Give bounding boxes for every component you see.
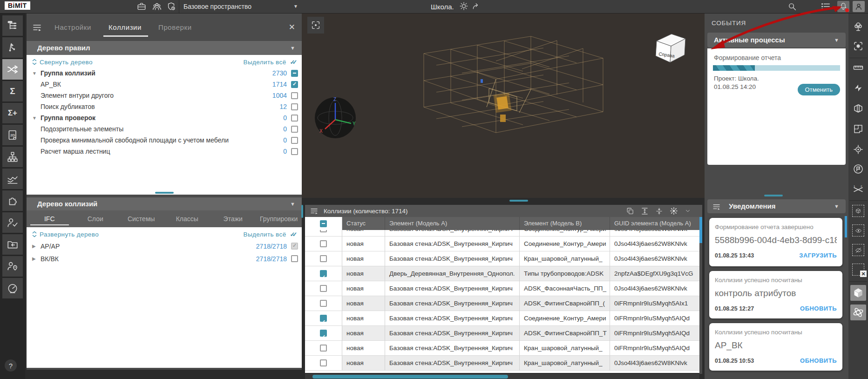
select-all-checkbox-cell[interactable]	[305, 217, 342, 230]
tab-classes[interactable]: Классы	[164, 210, 210, 227]
table-row[interactable]: новаяБазовая стена:ADSK_Внутренняя_Кирпи…	[305, 326, 699, 341]
model-tree-icon[interactable]	[2, 15, 23, 36]
tree-row[interactable]: Расчет марша лестниц0	[27, 146, 302, 157]
tree-row[interactable]: ▼Группа проверок0	[27, 112, 302, 123]
folder-share-icon[interactable]	[2, 234, 23, 255]
user-location-icon[interactable]	[2, 256, 23, 277]
double-check-icon[interactable]: ✓✓	[290, 59, 293, 66]
table-row[interactable]: новаяБазовая стена:ADSK_Внутренняя_Кирпи…	[305, 251, 699, 266]
section-box-icon[interactable]	[850, 102, 866, 115]
cancel-button[interactable]: Отменить	[798, 84, 840, 95]
notifications-menu-icon[interactable]	[713, 204, 720, 210]
collision-tree-header[interactable]: Дерево коллизий ▼	[27, 197, 302, 210]
active-processes-header[interactable]: Активные процессы ▼	[707, 33, 846, 47]
checkbox[interactable]	[320, 240, 327, 247]
briefcase-icon[interactable]	[136, 1, 147, 12]
2d-view-icon[interactable]: 2D	[2, 125, 23, 145]
panel-resize-handle[interactable]	[301, 205, 303, 218]
isolate-cube-icon[interactable]	[850, 204, 866, 218]
project-settings-gear-icon[interactable]	[459, 1, 469, 12]
checkbox[interactable]	[320, 285, 327, 292]
table-menu-icon[interactable]	[311, 208, 318, 214]
chevron-down-icon[interactable]: ▼	[293, 4, 298, 9]
table-row[interactable]: новаяБазовая стена:ADSK_Внутренняя_Кирпи…	[305, 356, 699, 371]
collapse-rows-icon[interactable]	[655, 207, 663, 215]
tree-row[interactable]: ▼Группа коллизий2730	[27, 68, 302, 79]
table-row[interactable]: новаяБазовая стена:ADSK_Внутренняя_Кирпи…	[305, 341, 699, 356]
tree-row[interactable]: Подозрительные элементы0	[27, 123, 302, 135]
axis-gizmo[interactable]: Z Y X	[313, 95, 358, 140]
notification-card[interactable]: Коллизии успешно посчитаны контроль атри…	[709, 271, 842, 318]
share-icon[interactable]	[472, 1, 482, 12]
chevron-down-icon[interactable]: ▼	[290, 41, 295, 55]
shaded-cube-icon[interactable]	[850, 285, 866, 301]
checkbox[interactable]	[291, 255, 298, 262]
tree-row[interactable]: ▶ВК/ВК2718/2718	[27, 252, 302, 265]
flash-icon[interactable]	[850, 81, 866, 95]
panel-resize-handle[interactable]	[764, 195, 783, 196]
checkbox[interactable]	[320, 359, 327, 366]
shield-clock-icon[interactable]	[166, 1, 176, 12]
tree-row[interactable]: ▶АР/АР2718/2718	[27, 240, 302, 252]
search-icon[interactable]	[787, 1, 797, 12]
tab-layers[interactable]: Слои	[73, 210, 119, 227]
checkbox[interactable]	[320, 255, 327, 262]
checkbox-indeterminate[interactable]	[291, 70, 298, 77]
select-similar-icon[interactable]	[850, 39, 866, 53]
flag-icon[interactable]	[850, 162, 866, 176]
tree-row[interactable]: АР_ВК1714	[27, 79, 302, 90]
tab-settings[interactable]: Настройки	[54, 23, 91, 31]
tree-row[interactable]: Элемент внтури другого1004	[27, 90, 302, 101]
table-horizontal-scrollbar[interactable]	[305, 374, 699, 379]
checkbox[interactable]	[291, 148, 298, 155]
column-header-status[interactable]: Статус	[342, 217, 385, 230]
collapse-tree-link[interactable]: Свернуть дерево	[40, 59, 93, 66]
chevron-down-icon[interactable]: ▼	[290, 197, 295, 210]
team-icon[interactable]	[152, 1, 162, 12]
notifications-header[interactable]: Уведомления ▼	[707, 199, 846, 213]
column-header-element-a[interactable]: Элемент (Модель A)	[385, 217, 520, 230]
refresh-button[interactable]: ОБНОВИТЬ	[800, 357, 837, 364]
checkbox[interactable]	[291, 126, 298, 133]
checkbox-indeterminate[interactable]	[320, 220, 327, 227]
tab-collisions[interactable]: Коллизии	[108, 23, 142, 31]
orbit-icon[interactable]	[850, 305, 866, 320]
collapse-expand-icon[interactable]	[32, 59, 37, 65]
notification-card[interactable]: Формирование отчета завершено 5588b996-0…	[709, 218, 842, 266]
tree-row[interactable]: Поиск дубликатов12	[27, 101, 302, 112]
plugins-puzzle-icon[interactable]	[2, 190, 23, 211]
notifications-scrollbar[interactable]	[845, 216, 847, 237]
wireframe-model[interactable]	[391, 33, 615, 144]
user-check-icon[interactable]	[2, 212, 23, 233]
clear-selection-icon[interactable]: ✕	[850, 263, 866, 277]
tree-row[interactable]: Проверка минимальной свободной площади с…	[27, 135, 302, 146]
tab-ifc[interactable]: IFC	[27, 210, 73, 227]
notification-card[interactable]: Коллизии успешно посчитаны АР_ВК 01.08.2…	[709, 323, 842, 371]
scrollbar-thumb[interactable]	[312, 375, 508, 379]
checkbox-checked[interactable]	[320, 330, 327, 337]
tree-nature-icon[interactable]	[850, 20, 866, 34]
show-eye-icon[interactable]	[850, 223, 866, 237]
tab-floors[interactable]: Этажи	[210, 210, 256, 227]
collapse-expand-icon[interactable]	[32, 231, 37, 237]
sum-icon[interactable]: Σ	[2, 81, 23, 102]
navigation-cube[interactable]: Справа	[651, 31, 690, 68]
help-button[interactable]: ?	[5, 359, 17, 372]
checkbox[interactable]	[291, 103, 298, 110]
user-icon[interactable]	[853, 1, 865, 12]
notifications-bell-icon[interactable]	[837, 1, 849, 12]
checkbox[interactable]	[291, 137, 298, 144]
checkbox-checked[interactable]	[320, 270, 327, 277]
checkbox[interactable]	[291, 115, 298, 122]
table-row[interactable]: новаяБазовая стена:ADSK_Внутренняя_Кирпи…	[305, 296, 699, 311]
column-header-guid[interactable]: GUID элемента (Модель A)	[610, 217, 699, 230]
table-row[interactable]: новаяДверь_Деревянная_Внутренняя_Однопол…	[305, 266, 699, 281]
table-vertical-scrollbar[interactable]	[699, 217, 702, 374]
chevron-down-icon[interactable]: ▼	[834, 33, 839, 47]
refresh-button[interactable]: ОБНОВИТЬ	[800, 305, 837, 312]
rules-tree-header[interactable]: Дерево правил ▼	[27, 41, 302, 55]
fit-height-icon[interactable]	[641, 207, 649, 215]
chevron-down-icon[interactable]: ▼	[834, 199, 839, 213]
panel-menu-icon[interactable]	[33, 24, 41, 31]
checkbox[interactable]	[320, 230, 327, 232]
